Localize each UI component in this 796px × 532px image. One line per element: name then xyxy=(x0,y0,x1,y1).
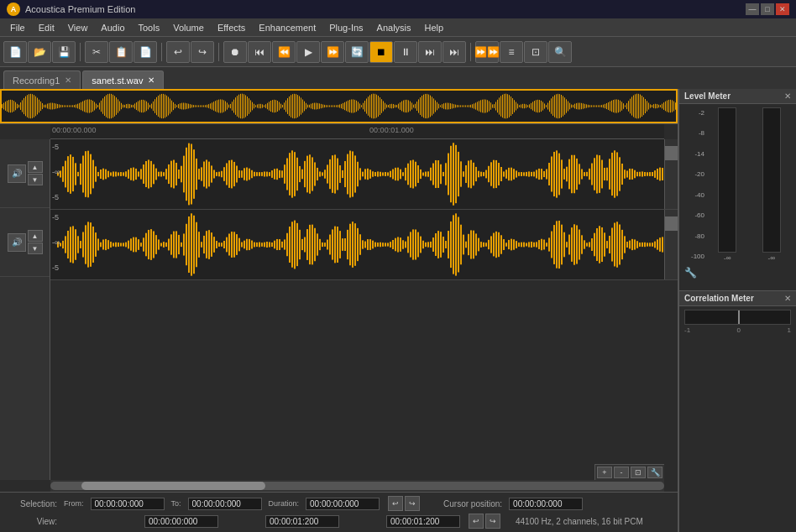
hscrollbar[interactable] xyxy=(50,480,664,492)
rewind-button[interactable]: ⏪ xyxy=(272,41,296,63)
view-to-input[interactable] xyxy=(265,515,339,528)
format-info: 44100 Hz, 2 channels, 16 bit PCM xyxy=(516,517,643,526)
to-start-button[interactable]: ⏮ xyxy=(248,41,271,63)
meter-val-left: -∞ xyxy=(724,254,731,262)
menu-plugins[interactable]: Plug-Ins xyxy=(322,21,369,34)
menu-help[interactable]: Help xyxy=(418,21,451,34)
correlation-meter-title: Correlation Meter xyxy=(684,294,754,303)
hscrollbar-track xyxy=(50,482,664,490)
level-meter: Level Meter ✕ -2 -8 -14 -20 -40 -60 -80 … xyxy=(679,89,796,290)
track2-label-inf: -∞ xyxy=(52,238,60,247)
menu-view[interactable]: View xyxy=(61,21,95,34)
menu-effects[interactable]: Effects xyxy=(211,21,252,34)
zoom-out-btn[interactable]: - xyxy=(614,467,629,478)
to-label: To: xyxy=(171,499,181,508)
tab-sanet[interactable]: sanet.st.wav ✕ xyxy=(82,70,164,89)
scale-minus8: -8 xyxy=(684,129,704,137)
zoom-button[interactable]: 🔍 xyxy=(548,41,572,63)
play-button[interactable]: ▶ xyxy=(296,41,320,63)
ruler-mark-0: 00:00:00.000 xyxy=(52,126,97,134)
record-button[interactable]: ⏺ xyxy=(223,41,247,63)
tab-recording1-label: Recording1 xyxy=(13,76,60,86)
to-end-button[interactable]: ⏭ xyxy=(443,41,466,63)
overview-waveform[interactable]: // Will be rendered via JS below xyxy=(0,89,678,124)
track1-vscroll-thumb xyxy=(665,146,678,160)
view-next-btn[interactable]: ↪ xyxy=(485,514,500,529)
track2-up[interactable]: ▲ xyxy=(28,230,43,242)
menu-file[interactable]: File xyxy=(3,21,32,34)
tab-sanet-close[interactable]: ✕ xyxy=(148,76,154,85)
menu-audio[interactable]: Audio xyxy=(94,21,131,34)
tab-recording1-close[interactable]: ✕ xyxy=(65,76,71,85)
level-meter-wrench[interactable]: 🔧 xyxy=(684,267,697,279)
correlation-meter: Correlation Meter ✕ -1 0 1 xyxy=(679,290,796,357)
level-meter-close[interactable]: ✕ xyxy=(784,91,791,101)
list-button[interactable]: ≡ xyxy=(500,41,523,63)
track2-vscroll[interactable] xyxy=(664,210,678,279)
correlation-meter-close[interactable]: ✕ xyxy=(784,294,791,303)
selection-dur-input[interactable] xyxy=(306,498,380,510)
snap-button[interactable]: ⏩⏩ xyxy=(475,41,499,63)
sel-prev-btn[interactable]: ↩ xyxy=(388,496,403,511)
track2-down[interactable]: ▼ xyxy=(28,243,43,254)
selection-to-input[interactable] xyxy=(188,498,262,510)
redo-button[interactable]: ↪ xyxy=(191,41,214,63)
grid-button[interactable]: ⊡ xyxy=(524,41,547,63)
tab-recording1[interactable]: Recording1 ✕ xyxy=(3,70,81,89)
save-button[interactable]: 💾 xyxy=(52,41,76,63)
menu-volume[interactable]: Volume xyxy=(166,21,211,34)
menu-tools[interactable]: Tools xyxy=(132,21,167,34)
editor-tabs: Recording1 ✕ sanet.st.wav ✕ xyxy=(0,67,796,89)
selection-label: Selection: xyxy=(7,499,57,509)
tracks-main[interactable]: -5 -∞ -5 -5 -∞ -5 xyxy=(50,139,678,480)
pause-button[interactable]: ⏸ xyxy=(394,41,417,63)
overview-canvas xyxy=(0,89,678,123)
new-button[interactable]: 📄 xyxy=(3,41,27,63)
zoom-in-btn[interactable]: + xyxy=(597,467,612,478)
editor-panel: // Will be rendered via JS below 00:00:0… xyxy=(0,89,678,532)
file-tools: 📄 📂 💾 xyxy=(3,41,76,63)
selection-row: Selection: From: To: Duration: ↩ ↪ Curso… xyxy=(7,496,671,511)
view-row: View: ↩ ↪ 44100 Hz, 2 channels, 16 bit P… xyxy=(7,514,671,529)
right-panel: Level Meter ✕ -2 -8 -14 -20 -40 -60 -80 … xyxy=(678,89,796,532)
meter-ch-right: -∞ xyxy=(752,107,792,262)
corr-scale-mid: 0 xyxy=(737,326,741,334)
open-button[interactable]: 📂 xyxy=(28,41,51,63)
copy-button[interactable]: 📋 xyxy=(109,41,133,63)
hscrollbar-thumb[interactable] xyxy=(81,482,265,490)
toolbar: 📄 📂 💾 ✂ 📋 📄 ↩ ↪ ⏺ ⏮ ⏪ ▶ ⏩ 🔄 ⏹ ⏸ ⏭ ⏭ ⏩⏩ ≡… xyxy=(0,37,796,67)
stop-button[interactable]: ⏹ xyxy=(369,41,393,63)
window-controls: — □ ✕ xyxy=(746,3,789,15)
cut-button[interactable]: ✂ xyxy=(85,41,108,63)
sep4 xyxy=(470,43,471,61)
track1-down[interactable]: ▼ xyxy=(28,174,43,185)
view-prev-btn[interactable]: ↩ xyxy=(469,514,484,529)
undo-button[interactable]: ↩ xyxy=(166,41,190,63)
level-meter-header: Level Meter ✕ xyxy=(679,89,796,104)
view-dur-input[interactable] xyxy=(386,515,460,528)
track1-up[interactable]: ▲ xyxy=(28,161,43,173)
cursor-pos-input[interactable] xyxy=(509,498,583,510)
meter-bar-left xyxy=(718,107,736,253)
sel-next-btn[interactable]: ↪ xyxy=(405,496,420,511)
paste-button[interactable]: 📄 xyxy=(134,41,157,63)
scale-minus80: -80 xyxy=(684,232,704,240)
maximize-button[interactable]: □ xyxy=(761,3,774,15)
minimize-button[interactable]: — xyxy=(746,3,759,15)
scale-minus60: -60 xyxy=(684,211,704,219)
next-button[interactable]: ⏭ xyxy=(418,41,442,63)
menu-edit[interactable]: Edit xyxy=(32,21,61,34)
sep1 xyxy=(80,43,81,61)
menu-enhancement[interactable]: Enhancement xyxy=(252,21,322,34)
menu-analysis[interactable]: Analysis xyxy=(370,21,418,34)
view-from-input[interactable] xyxy=(144,515,218,528)
fast-forward-button[interactable]: ⏩ xyxy=(321,41,344,63)
tab-sanet-label: sanet.st.wav xyxy=(92,76,143,86)
zoom-wrench-btn[interactable]: 🔧 xyxy=(647,467,662,478)
zoom-fit-btn[interactable]: ⊡ xyxy=(631,467,646,478)
close-button[interactable]: ✕ xyxy=(776,3,789,15)
track1-label-5: -5 xyxy=(52,143,60,151)
loop-button[interactable]: 🔄 xyxy=(345,41,369,63)
track1-vscroll[interactable] xyxy=(664,139,678,209)
selection-from-input[interactable] xyxy=(91,498,165,510)
